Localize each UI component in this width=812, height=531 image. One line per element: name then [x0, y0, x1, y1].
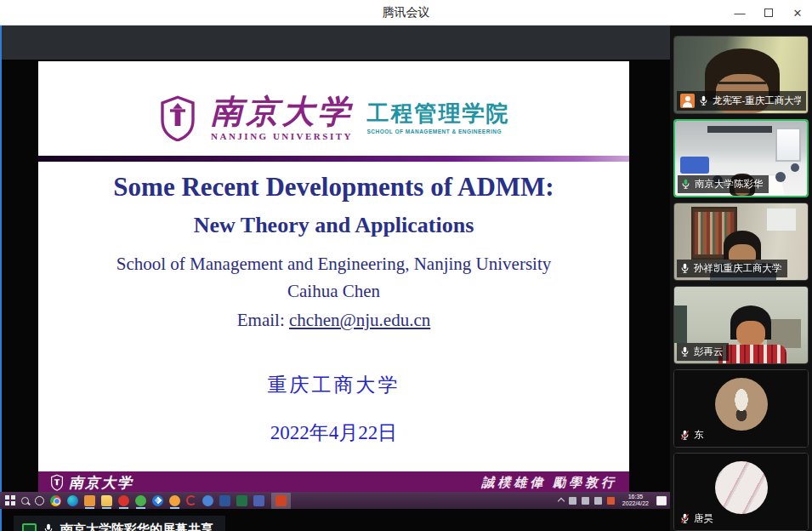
excel-icon[interactable] — [236, 495, 247, 506]
red-g-app-icon[interactable] — [186, 495, 196, 505]
maximize-button[interactable] — [754, 0, 783, 26]
blackboard — [674, 305, 687, 343]
windows-taskbar[interactable]: 16:35 2022/4/22 — [0, 492, 670, 509]
start-icon[interactable] — [5, 495, 15, 505]
participant-nameplate: 龙宪军-重庆工商大学 — [677, 91, 806, 111]
mic-on-icon — [699, 95, 708, 106]
footer-university-name: 南京大学 — [69, 473, 133, 493]
tray-icon-2[interactable] — [582, 497, 589, 505]
clock-time: 16:35 — [622, 494, 649, 500]
slide-title-line1: Some Recent Developments of ADMM: — [38, 172, 629, 203]
participant-name: 孙祥凯重庆工商大学 — [694, 262, 782, 275]
participant-nameplate: 东 — [677, 426, 709, 444]
room-chair — [775, 172, 786, 182]
slide-date: 2022年4月22日 — [38, 420, 629, 446]
teams-icon[interactable] — [253, 495, 264, 506]
participant-name: 东 — [694, 429, 704, 442]
participant-nameplate: 孙祥凯重庆工商大学 — [677, 260, 787, 277]
meeting-window: 腾讯会议 — ✕ 南京大学 NANJING UNIVERSITY — [0, 0, 812, 531]
participant-name: 彭再云 — [694, 345, 724, 358]
taskbar-clock[interactable]: 16:35 2022/4/22 — [620, 494, 651, 507]
orange-app-icon[interactable] — [169, 495, 180, 506]
participant-name: 龙宪军-重庆工商大学 — [713, 94, 801, 107]
clock-date: 2022/4/22 — [622, 500, 649, 507]
participant-tile[interactable]: 彭再云 — [673, 286, 809, 364]
participant-tile[interactable]: 孙祥凯重庆工商大学 — [673, 203, 809, 281]
participant-tile[interactable]: 龙宪军-重庆工商大学 — [673, 36, 809, 114]
participants-sidebar: 龙宪军-重庆工商大学 — [670, 26, 812, 531]
chrome-icon[interactable] — [50, 495, 61, 506]
room-chair — [791, 163, 799, 172]
school-name-zh: 工程管理学院 — [367, 102, 510, 124]
school-name-en: SCHOOL OF MANAGEMENT & ENGINEERING — [367, 128, 510, 134]
tray-expand-icon[interactable] — [558, 498, 565, 505]
minimize-button[interactable]: — — [725, 0, 754, 26]
room-sofa — [680, 157, 709, 174]
screen-share-banner: 南京大学陈彩华的屏幕共享 — [14, 516, 225, 531]
cabinet — [767, 319, 801, 348]
footer-logo-group: 南京大学 — [50, 473, 133, 493]
shared-screen-area: 南京大学 NANJING UNIVERSITY 工程管理学院 SCHOOL OF… — [0, 26, 670, 531]
notification-center-icon[interactable] — [656, 496, 667, 505]
slide-footer-band: 南京大学 誠樸雄偉 勵學敦行 — [38, 471, 629, 494]
edge-icon[interactable] — [67, 495, 78, 506]
netease-app-icon[interactable] — [118, 495, 129, 506]
presentation-slide: 南京大学 NANJING UNIVERSITY 工程管理学院 SCHOOL OF… — [38, 61, 629, 471]
maximize-icon — [764, 9, 773, 17]
mic-speaking-icon — [681, 179, 690, 189]
close-button[interactable]: ✕ — [783, 0, 812, 26]
slide-affiliation: School of Management and Engineering, Na… — [38, 254, 629, 275]
room-beam — [707, 126, 772, 133]
room-window — [775, 128, 801, 162]
mic-muted-icon — [680, 430, 690, 440]
search-icon[interactable] — [21, 497, 29, 505]
host-badge-icon — [680, 94, 695, 108]
slide-header: 南京大学 NANJING UNIVERSITY 工程管理学院 SCHOOL OF… — [38, 61, 629, 153]
email-link[interactable]: chchen@nju.edu.cn — [289, 310, 430, 330]
room-window — [767, 208, 796, 231]
mic-on-icon — [680, 263, 690, 273]
window-titlebar[interactable]: 腾讯会议 — ✕ — [0, 0, 812, 26]
tray-icon-3[interactable] — [594, 497, 602, 505]
slide-host-org: 重庆工商大学 — [38, 372, 629, 398]
presenter-mic-icon — [43, 523, 54, 531]
school-wordmark: 工程管理学院 SCHOOL OF MANAGEMENT & ENGINEERIN… — [367, 102, 510, 134]
participant-nameplate: 彭再云 — [677, 343, 729, 361]
person-plaid-shirt — [718, 345, 786, 363]
email-label: Email: — [237, 310, 289, 330]
participant-tile[interactable]: 东 — [673, 369, 809, 448]
window-controls: — ✕ — [725, 0, 812, 26]
nju-name-zh: 南京大学 — [211, 95, 354, 128]
files-app-icon[interactable] — [84, 495, 95, 506]
footer-motto: 誠樸雄偉 勵學敦行 — [481, 475, 617, 491]
nju-emblem-icon — [158, 95, 197, 141]
tray-icon-1[interactable] — [569, 497, 576, 505]
participant-tile[interactable]: 唐昊 — [673, 453, 809, 531]
word-icon[interactable] — [219, 495, 230, 506]
screen-share-label: 南京大学陈彩华的屏幕共享 — [60, 522, 213, 531]
slide-author: Caihua Chen — [38, 281, 629, 302]
slide-divider-bar — [38, 156, 629, 162]
slide-email-line: Email: chchen@nju.edu.cn — [38, 310, 629, 331]
cortana-icon[interactable] — [35, 496, 44, 505]
mic-on-icon — [680, 346, 690, 357]
participant-name: 南京大学陈彩华 — [695, 178, 764, 191]
slide-title-line2: New Theory and Applications — [38, 213, 629, 238]
file-explorer-icon[interactable] — [101, 495, 112, 506]
person-face — [736, 321, 765, 346]
avatar — [715, 378, 768, 431]
window-edge-highlight — [0, 26, 2, 531]
tray-icon-red[interactable] — [607, 497, 615, 505]
blue-app-icon[interactable] — [202, 495, 213, 506]
green-app-icon[interactable] — [135, 495, 146, 506]
arrow-app-icon[interactable] — [152, 495, 163, 506]
window-title: 腾讯会议 — [383, 5, 430, 20]
participant-tile-active-speaker[interactable]: 南京大学陈彩华 — [673, 119, 809, 197]
powerpoint-icon — [275, 495, 287, 506]
shared-screen-top-strip — [0, 26, 670, 60]
powerpoint-active-slot[interactable] — [271, 493, 291, 509]
participant-name: 唐昊 — [694, 512, 713, 525]
avatar — [715, 461, 768, 514]
screen-share-icon — [22, 523, 37, 531]
participant-nameplate: 唐昊 — [677, 510, 718, 528]
